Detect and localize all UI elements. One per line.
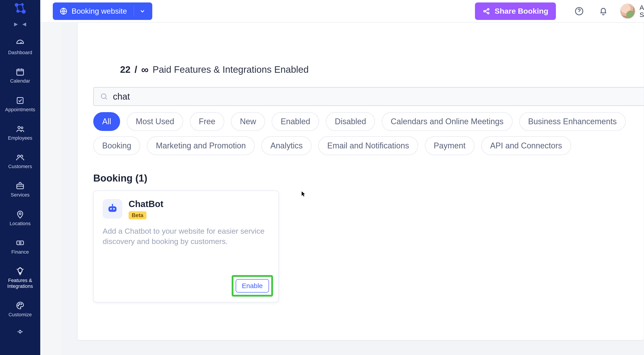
user-name: A S xyxy=(640,4,644,18)
sidebar-item-label: Features & Integrations xyxy=(8,277,33,289)
filter-chip-email-and-notifications[interactable]: Email and Notifications xyxy=(318,136,418,155)
sidebar-item-label: Services xyxy=(11,192,30,198)
svg-point-17 xyxy=(19,330,21,333)
booking-website-button[interactable]: Booking website xyxy=(53,3,152,20)
filter-chip-calendars-and-online-meetings[interactable]: Calendars and Online Meetings xyxy=(382,112,512,131)
svg-point-23 xyxy=(101,94,106,99)
sidebar-item-dashboard[interactable]: Dashboard xyxy=(0,37,40,57)
search-icon xyxy=(100,93,108,101)
section-title: Booking (1) xyxy=(93,173,147,184)
filter-chip-new[interactable]: New xyxy=(231,112,265,131)
feature-title: ChatBot xyxy=(128,199,164,209)
sidebar-item-features-integrations[interactable]: Features & Integrations xyxy=(0,265,40,290)
filter-chip-api-and-connectors[interactable]: API and Connectors xyxy=(481,136,571,155)
sidebar-collapse-toggles[interactable]: ▶ ◀ xyxy=(14,21,26,27)
svg-point-11 xyxy=(19,213,21,214)
topbar-icon-group xyxy=(574,6,609,17)
calendar-icon xyxy=(15,67,25,77)
money-icon xyxy=(15,238,25,248)
features-tail: Paid Features & Integrations Enabled xyxy=(152,64,308,75)
svg-point-16 xyxy=(21,303,22,304)
pin-icon xyxy=(15,209,25,219)
triangle-left-icon: ◀ xyxy=(22,21,26,27)
sidebar-item-customize[interactable]: Customize xyxy=(0,299,40,319)
search-input[interactable] xyxy=(113,92,638,102)
svg-rect-4 xyxy=(17,69,24,76)
feature-description: Add a Chatbot to your website for easier… xyxy=(103,226,270,247)
share-label: Share Booking xyxy=(495,7,548,16)
filter-chip-free[interactable]: Free xyxy=(190,112,224,131)
filter-chip-business-enhancements[interactable]: Business Enhancements xyxy=(519,112,626,131)
filter-chip-all[interactable]: All xyxy=(93,112,120,131)
sidebar-item-label: Appointments xyxy=(5,107,35,112)
cursor-icon xyxy=(301,191,306,197)
sidebar-item-finance[interactable]: Finance xyxy=(0,237,40,256)
gauge-icon xyxy=(15,39,25,48)
svg-point-25 xyxy=(110,208,112,209)
app-logo[interactable] xyxy=(14,2,27,16)
svg-rect-5 xyxy=(17,97,23,103)
infinity-icon: ∞ xyxy=(141,64,148,76)
filter-chip-analytics[interactable]: Analytics xyxy=(262,136,312,155)
sidebar-item-customers[interactable]: Customers xyxy=(0,151,40,171)
svg-rect-12 xyxy=(17,241,24,245)
sidebar-item-label: Customers xyxy=(8,164,32,169)
sidebar-item-label: Customize xyxy=(8,312,32,317)
palette-icon xyxy=(15,301,25,310)
sidebar-item-label: Locations xyxy=(10,221,31,226)
triangle-right-icon: ▶ xyxy=(14,21,18,27)
customers-icon xyxy=(15,152,25,162)
svg-point-14 xyxy=(18,305,19,306)
gear-icon xyxy=(15,327,25,337)
svg-point-7 xyxy=(21,127,23,129)
features-count: 22 xyxy=(120,64,130,75)
svg-point-26 xyxy=(113,208,115,209)
search-box[interactable] xyxy=(93,87,644,106)
filter-chip-enabled[interactable]: Enabled xyxy=(272,112,319,131)
user-menu[interactable]: A S xyxy=(620,3,644,19)
svg-point-15 xyxy=(19,303,20,304)
filter-chip-disabled[interactable]: Disabled xyxy=(326,112,375,131)
svg-rect-24 xyxy=(108,206,116,212)
check-note-icon xyxy=(15,96,25,105)
share-booking-button[interactable]: Share Booking xyxy=(475,3,556,20)
chatbot-icon xyxy=(103,199,122,219)
enable-highlight: Enable xyxy=(232,275,273,296)
briefcase-icon xyxy=(15,181,25,191)
filter-chip-marketing-and-promotion[interactable]: Marketing and Promotion xyxy=(147,136,255,155)
bell-icon[interactable] xyxy=(598,6,609,17)
sidebar-item-employees[interactable]: Employees xyxy=(0,123,40,142)
sidebar-item-locations[interactable]: Locations xyxy=(0,208,40,228)
content-area: 22 / ∞ Paid Features & Integrations Enab… xyxy=(62,22,644,355)
features-enabled-summary: 22 / ∞ Paid Features & Integrations Enab… xyxy=(120,61,635,79)
topbar: Booking website Share Booking A S xyxy=(40,0,644,22)
svg-point-6 xyxy=(18,126,20,129)
enable-button[interactable]: Enable xyxy=(236,279,269,292)
avatar xyxy=(620,3,636,19)
sidebar: ▶ ◀ Dashboard Calendar Appointments xyxy=(0,0,40,355)
svg-point-8 xyxy=(18,155,20,157)
sidebar-item-appointments[interactable]: Appointments xyxy=(0,94,40,114)
features-sep: / xyxy=(134,64,137,75)
chevron-down-icon xyxy=(134,6,146,16)
sidebar-item-more[interactable] xyxy=(0,325,40,338)
share-icon xyxy=(482,8,490,15)
feature-card-chatbot[interactable]: ChatBot Beta Add a Chatbot to your websi… xyxy=(93,190,279,302)
help-icon[interactable] xyxy=(574,6,584,17)
filter-chip-booking[interactable]: Booking xyxy=(93,136,140,155)
sidebar-item-services[interactable]: Services xyxy=(0,180,40,199)
filter-chip-most-used[interactable]: Most Used xyxy=(127,112,183,131)
filter-chip-payment[interactable]: Payment xyxy=(425,136,474,155)
filter-chips: AllMost UsedFreeNewEnabledDisabledCalend… xyxy=(93,112,637,155)
sidebar-item-label: Dashboard xyxy=(8,50,32,55)
svg-point-9 xyxy=(20,155,23,157)
content-card: 22 / ∞ Paid Features & Integrations Enab… xyxy=(77,22,644,340)
employees-icon xyxy=(15,124,25,134)
svg-point-27 xyxy=(112,204,113,205)
globe-icon xyxy=(60,7,68,15)
sidebar-item-label: Finance xyxy=(12,249,29,255)
svg-point-13 xyxy=(19,242,21,244)
sidebar-item-calendar[interactable]: Calendar xyxy=(0,66,40,85)
sidebar-item-label: Calendar xyxy=(10,78,30,84)
lightbulb-icon xyxy=(15,266,25,276)
